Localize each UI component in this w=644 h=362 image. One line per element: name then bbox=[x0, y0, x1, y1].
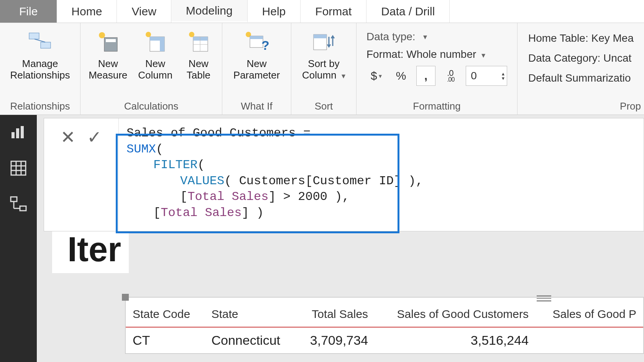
svg-rect-24 bbox=[11, 161, 26, 175]
svg-point-10 bbox=[189, 32, 194, 37]
tab-data-drill[interactable]: Data / Drill bbox=[366, 0, 450, 23]
parameter-icon: ? bbox=[243, 29, 270, 55]
resize-handle[interactable] bbox=[122, 294, 129, 301]
drag-handle-icon[interactable] bbox=[537, 295, 551, 301]
manage-relationships-button[interactable]: Manage Relationships bbox=[6, 27, 74, 84]
cell-state-code: CT bbox=[126, 327, 204, 353]
manage-relationships-label: Manage Relationships bbox=[10, 58, 70, 81]
formula-line: Sales of Good Customers = bbox=[127, 125, 636, 141]
svg-rect-20 bbox=[314, 34, 327, 38]
cell-total-sales: 3,709,734 bbox=[296, 327, 375, 353]
group-relationships-label: Relationships bbox=[3, 99, 77, 112]
currency-symbol: $ bbox=[371, 69, 377, 82]
col-good-customers[interactable]: Sales of Good Customers bbox=[375, 298, 536, 327]
data-type-label: Data type: bbox=[366, 31, 416, 43]
new-table-label: New Table bbox=[187, 58, 210, 81]
table-visual[interactable]: State Code State Total Sales Sales of Go… bbox=[125, 297, 644, 354]
group-formatting-label: Formatting bbox=[360, 99, 514, 112]
group-properties-label: Prop bbox=[521, 99, 641, 112]
data-type-dropdown[interactable]: ▾ bbox=[423, 32, 427, 41]
group-sort-label: Sort bbox=[294, 99, 353, 112]
svg-rect-21 bbox=[12, 132, 15, 138]
tab-format[interactable]: Format bbox=[301, 0, 366, 23]
menu-tabs: File Home View Modeling Help Format Data… bbox=[0, 0, 644, 23]
default-summarization-field[interactable]: Default Summarizatio bbox=[528, 72, 636, 84]
new-parameter-button[interactable]: ? New Parameter bbox=[230, 27, 284, 84]
cell-state: Connecticut bbox=[204, 327, 296, 353]
table-header-row: State Code State Total Sales Sales of Go… bbox=[126, 298, 643, 327]
measure-icon bbox=[95, 29, 122, 55]
home-table-field[interactable]: Home Table: Key Mea bbox=[528, 32, 636, 44]
percent-button[interactable]: % bbox=[391, 66, 411, 86]
formula-line: VALUES( Customers[Customer ID] ), bbox=[127, 173, 636, 189]
tab-home[interactable]: Home bbox=[57, 0, 117, 23]
col-state-code[interactable]: State Code bbox=[126, 298, 204, 327]
report-canvas: Iter ✕ ✓ Sales of Good Customers = SUMX(… bbox=[37, 115, 644, 362]
new-measure-button[interactable]: New Measure bbox=[85, 27, 131, 84]
decimal-places-icon: .0.00 bbox=[441, 66, 460, 86]
sort-icon bbox=[310, 29, 337, 55]
col-state[interactable]: State bbox=[204, 298, 296, 327]
data-view-button[interactable] bbox=[9, 159, 28, 178]
svg-rect-23 bbox=[21, 126, 24, 138]
tab-modeling[interactable]: Modeling bbox=[171, 0, 248, 23]
svg-rect-9 bbox=[160, 37, 164, 51]
data-category-field[interactable]: Data Category: Uncat bbox=[528, 52, 636, 64]
tab-view[interactable]: View bbox=[117, 0, 171, 23]
formula-line: [Total Sales] ) bbox=[127, 205, 636, 221]
cell-good-p bbox=[536, 327, 643, 353]
col-good-p[interactable]: Sales of Good P bbox=[536, 298, 643, 327]
tab-file[interactable]: File bbox=[0, 0, 57, 23]
svg-line-2 bbox=[34, 39, 45, 42]
relationships-icon bbox=[27, 29, 54, 55]
cancel-formula-button[interactable]: ✕ bbox=[61, 127, 76, 147]
page-title: Iter bbox=[52, 226, 129, 273]
thousands-separator-button[interactable]: , bbox=[416, 66, 436, 86]
svg-rect-1 bbox=[41, 42, 51, 48]
svg-rect-5 bbox=[106, 39, 116, 42]
chevron-down-icon: ▾ bbox=[481, 51, 485, 59]
group-whatif-label: What If bbox=[225, 99, 288, 112]
new-column-button[interactable]: New Column bbox=[134, 27, 176, 84]
format-dropdown[interactable]: Format: Whole number ▾ bbox=[366, 48, 485, 61]
svg-text:?: ? bbox=[261, 38, 269, 52]
formula-line: SUMX( bbox=[127, 141, 636, 157]
commit-formula-button[interactable]: ✓ bbox=[87, 127, 102, 147]
ribbon: Manage Relationships Relationships New M… bbox=[0, 23, 644, 115]
new-measure-label: New Measure bbox=[89, 58, 127, 81]
cell-good-customers: 3,516,244 bbox=[375, 327, 536, 353]
currency-button[interactable]: $ ▾ bbox=[366, 66, 386, 86]
formula-line: [Total Sales] > 2000 ), bbox=[127, 189, 636, 205]
svg-rect-29 bbox=[11, 197, 17, 201]
svg-rect-17 bbox=[250, 36, 263, 39]
svg-point-6 bbox=[146, 32, 151, 37]
formula-bar: ✕ ✓ Sales of Good Customers = SUMX( FILT… bbox=[44, 118, 644, 231]
tab-help[interactable]: Help bbox=[248, 0, 301, 23]
group-calculations-label: Calculations bbox=[84, 99, 219, 112]
sort-by-column-label: Sort by Column ▾ bbox=[302, 58, 345, 81]
data-table: State Code State Total Sales Sales of Go… bbox=[126, 298, 643, 353]
chevron-down-icon: ▾ bbox=[379, 72, 382, 80]
stepper-icon[interactable]: ▴▾ bbox=[502, 71, 504, 80]
table-icon bbox=[185, 29, 212, 55]
svg-rect-0 bbox=[29, 33, 39, 39]
column-icon bbox=[142, 29, 169, 55]
svg-rect-30 bbox=[20, 206, 26, 211]
decimal-places-value: 0 bbox=[471, 70, 477, 82]
chevron-down-icon: ▾ bbox=[342, 72, 345, 80]
formula-line: FILTER( bbox=[127, 157, 636, 173]
model-view-button[interactable] bbox=[9, 195, 28, 214]
sort-by-column-button[interactable]: Sort by Column ▾ bbox=[298, 27, 349, 84]
report-view-button[interactable] bbox=[9, 123, 28, 142]
decimal-places-input[interactable]: 0 ▴▾ bbox=[466, 66, 507, 86]
col-total-sales[interactable]: Total Sales bbox=[296, 298, 375, 327]
new-table-button[interactable]: New Table bbox=[179, 27, 218, 84]
new-column-label: New Column bbox=[138, 58, 172, 81]
new-parameter-label: New Parameter bbox=[233, 58, 280, 81]
svg-rect-22 bbox=[16, 128, 19, 138]
table-row[interactable]: CT Connecticut 3,709,734 3,516,244 bbox=[126, 327, 643, 353]
view-switcher bbox=[0, 115, 37, 362]
svg-rect-12 bbox=[193, 37, 208, 41]
format-label: Format: Whole number bbox=[366, 48, 476, 60]
formula-editor[interactable]: Sales of Good Customers = SUMX( FILTER( … bbox=[119, 118, 644, 231]
